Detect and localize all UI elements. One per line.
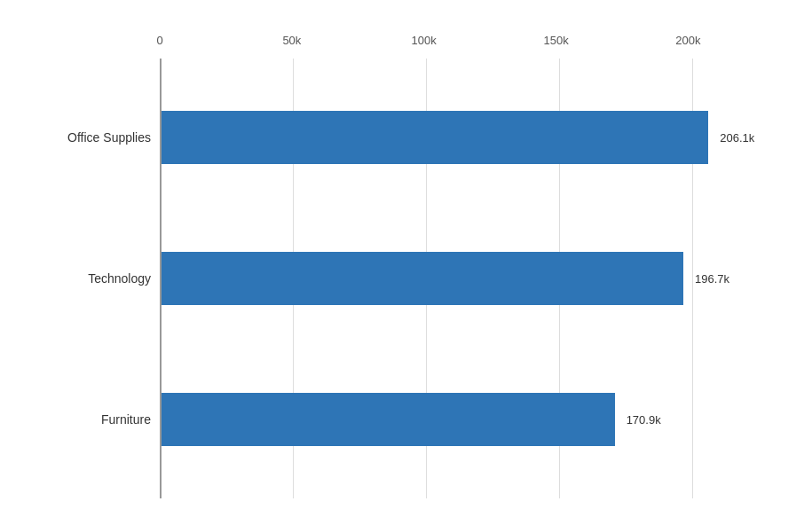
bar-row: 206.1k <box>160 106 745 168</box>
y-axis-label: Technology <box>18 247 151 310</box>
bar-value-label: 206.1k <box>720 131 754 145</box>
chart-area: 050k100k150k200k Office SuppliesTechnolo… <box>18 34 794 498</box>
bars-and-grid: 206.1k196.7k170.9k <box>160 59 745 498</box>
chart-container: 050k100k150k200k Office SuppliesTechnolo… <box>0 0 812 525</box>
y-axis-label: Office Supplies <box>18 106 151 168</box>
bars-section: Office SuppliesTechnologyFurniture 206.1… <box>18 59 794 498</box>
y-labels: Office SuppliesTechnologyFurniture <box>18 59 160 498</box>
bar[interactable]: 170.9k <box>160 393 615 446</box>
y-axis-label: Furniture <box>18 388 151 451</box>
vertical-axis-line <box>160 59 162 498</box>
bar[interactable]: 196.7k <box>160 252 683 305</box>
x-axis-label: 50k <box>282 34 301 47</box>
x-axis-label: 100k <box>412 34 437 47</box>
x-axis-label: 150k <box>543 34 568 47</box>
bar-row: 196.7k <box>160 247 745 310</box>
x-axis-label: 200k <box>675 34 700 47</box>
x-axis-labels: 050k100k150k200k <box>160 34 741 53</box>
bar-value-label: 196.7k <box>695 271 729 285</box>
bar-row: 170.9k <box>160 388 745 451</box>
bar-value-label: 170.9k <box>627 412 661 426</box>
bar[interactable]: 206.1k <box>160 111 708 164</box>
x-axis-label: 0 <box>156 34 162 47</box>
